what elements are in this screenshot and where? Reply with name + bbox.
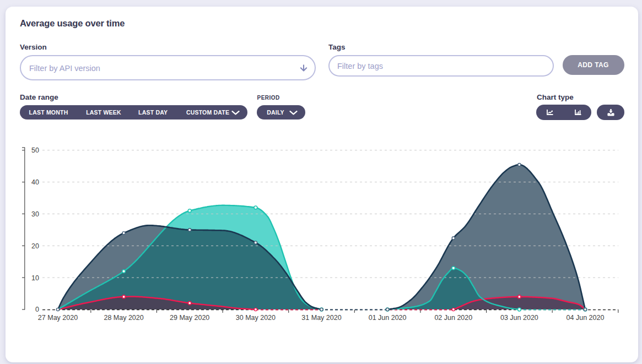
- svg-text:02 Jun 2020: 02 Jun 2020: [434, 314, 472, 322]
- svg-text:20: 20: [31, 242, 39, 250]
- svg-text:29 May 2020: 29 May 2020: [170, 314, 209, 322]
- svg-text:28 May 2020: 28 May 2020: [104, 314, 143, 322]
- svg-text:10: 10: [31, 274, 39, 282]
- svg-text:04 Jun 2020: 04 Jun 2020: [567, 314, 605, 322]
- svg-text:03 Jun 2020: 03 Jun 2020: [500, 314, 538, 322]
- svg-text:0: 0: [35, 306, 39, 313]
- svg-text:01 Jun 2020: 01 Jun 2020: [369, 314, 407, 322]
- svg-text:30 May 2020: 30 May 2020: [236, 314, 276, 322]
- svg-text:50: 50: [31, 146, 39, 154]
- svg-text:40: 40: [31, 178, 39, 186]
- svg-text:30: 30: [31, 210, 39, 218]
- svg-text:27 May 2020: 27 May 2020: [38, 314, 78, 322]
- svg-text:31 May 2020: 31 May 2020: [301, 314, 341, 322]
